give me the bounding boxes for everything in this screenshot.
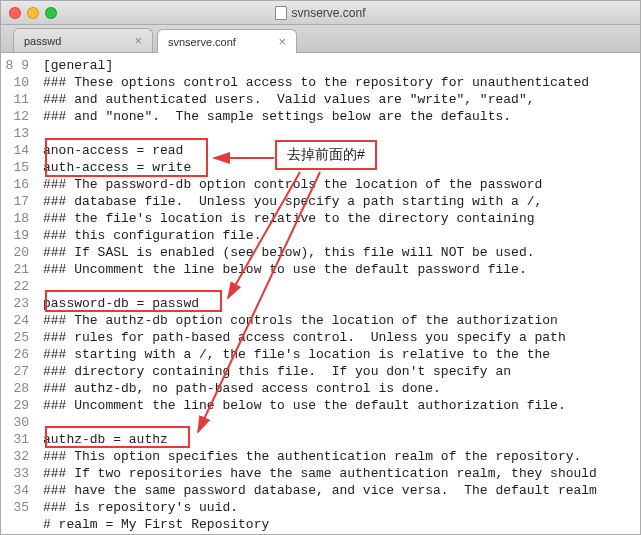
- tab-bar: passwd × svnserve.conf ×: [1, 25, 640, 53]
- window-title: svnserve.conf: [1, 6, 640, 20]
- tab-passwd[interactable]: passwd ×: [13, 28, 153, 52]
- tab-svnserve[interactable]: svnserve.conf ×: [157, 29, 297, 53]
- close-icon[interactable]: [9, 7, 21, 19]
- highlight-box-authzdb: [45, 426, 190, 448]
- highlight-box-access: [45, 138, 208, 177]
- highlight-box-passworddb: [45, 290, 222, 312]
- tab-label: svnserve.conf: [168, 36, 236, 48]
- maximize-icon[interactable]: [45, 7, 57, 19]
- line-gutter: 8 9 10 11 12 13 14 15 16 17 18 19 20 21 …: [1, 53, 35, 534]
- annotation-label: 去掉前面的#: [275, 140, 377, 170]
- document-icon: [275, 6, 287, 20]
- close-icon[interactable]: ×: [278, 34, 286, 49]
- editor-window: svnserve.conf passwd × svnserve.conf × 8…: [0, 0, 641, 535]
- traffic-lights: [9, 7, 57, 19]
- window-title-text: svnserve.conf: [291, 6, 365, 20]
- close-icon[interactable]: ×: [134, 33, 142, 48]
- titlebar: svnserve.conf: [1, 1, 640, 25]
- tab-label: passwd: [24, 35, 61, 47]
- minimize-icon[interactable]: [27, 7, 39, 19]
